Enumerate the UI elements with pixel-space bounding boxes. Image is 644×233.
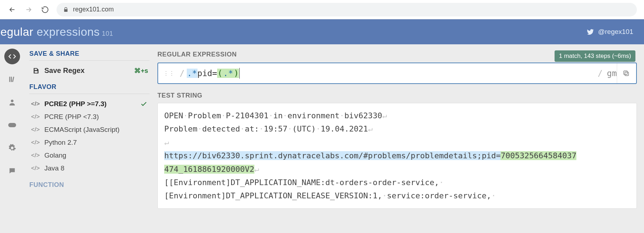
- logo-sub-101: 101: [102, 30, 113, 37]
- flavor-label: Python 2.7: [44, 139, 77, 147]
- address-text: regex101.com: [73, 6, 114, 13]
- flavor-item-pcre2[interactable]: </>PCRE2 (PHP >=7.3): [29, 98, 150, 110]
- regex-flags[interactable]: gm: [607, 69, 617, 78]
- group-segment: 7005325664584037: [501, 151, 576, 160]
- rail-chat-button[interactable]: [4, 163, 20, 179]
- check-icon: [140, 100, 147, 108]
- site-header: regular expressions101 @regex101: [0, 19, 644, 44]
- divider: [29, 94, 150, 94]
- rail-account-button[interactable]: [4, 94, 20, 110]
- regex-open-delim: /: [180, 69, 185, 78]
- regex-input[interactable]: ⋮⋮ / .*pid=(.*) / gm: [157, 63, 637, 84]
- flavor-label: PCRE (PHP <7.3): [44, 113, 99, 121]
- save-regex-row[interactable]: Save Regex ⌘+s: [29, 64, 150, 80]
- left-rail: [0, 44, 24, 233]
- twitter-icon: [586, 28, 594, 36]
- save-icon: [32, 67, 39, 74]
- rail-settings-button[interactable]: [4, 140, 20, 156]
- test-string-input[interactable]: OPEN·Problem·P-2104301·in·environment·bi…: [157, 103, 637, 209]
- regex-token: pid=: [197, 69, 217, 78]
- divider: [29, 60, 150, 61]
- gear-icon: [8, 144, 16, 152]
- sidebar: SAVE & SHARE Save Regex ⌘+s FLAVOR </>PC…: [24, 44, 157, 233]
- chat-icon: [8, 167, 16, 175]
- code-icon: </>: [31, 100, 39, 108]
- main-pane: REGULAR EXPRESSION 1 match, 143 steps (~…: [157, 44, 644, 233]
- text-cursor: [239, 68, 240, 79]
- svg-rect-2: [12, 77, 14, 82]
- test-string-heading: TEST STRING: [157, 92, 637, 99]
- code-icon: [8, 53, 16, 60]
- site-logo[interactable]: regular expressions101: [0, 25, 113, 39]
- app-body: SAVE & SHARE Save Regex ⌘+s FLAVOR </>PC…: [0, 44, 644, 233]
- test-line: Problem·detected·at:·19:57·(UTC)·19.04.2…: [164, 122, 630, 135]
- flavor-item-pcre[interactable]: </>PCRE (PHP <7.3): [29, 110, 150, 123]
- save-share-heading: SAVE & SHARE: [29, 50, 150, 58]
- copy-icon: [623, 70, 630, 77]
- library-icon: [8, 75, 16, 83]
- flavor-label: PCRE2 (PHP >=7.3): [44, 100, 107, 108]
- address-bar[interactable]: regex101.com: [57, 3, 637, 16]
- test-line-match: https://biv62330.sprint.dynatracelabs.co…: [164, 149, 630, 176]
- test-line: [Environment]DT_APPLICATION_RELEASE_VERS…: [164, 189, 630, 202]
- flavor-list: </>PCRE2 (PHP >=7.3) </>PCRE (PHP <7.3) …: [29, 98, 150, 175]
- drag-handle-icon[interactable]: ⋮⋮: [163, 70, 175, 77]
- test-line-blank: ↵: [164, 136, 630, 149]
- logo-word-regular: regular: [0, 25, 33, 38]
- gamepad-icon: [8, 122, 16, 128]
- test-line: OPEN·Problem·P-2104301·in·environment·bi…: [164, 109, 630, 122]
- match-info-badge: 1 match, 143 steps (~6ms): [555, 50, 635, 62]
- arrow-right-icon: [25, 6, 33, 14]
- rail-regex-button[interactable]: [4, 49, 20, 64]
- forward-button[interactable]: [24, 5, 34, 15]
- regex-group-close: ): [234, 69, 239, 78]
- rail-debugger-button[interactable]: [4, 117, 20, 133]
- twitter-link[interactable]: @regex101: [586, 28, 633, 36]
- svg-rect-0: [9, 77, 10, 82]
- group-segment: 474_1618861920000V2: [164, 165, 254, 174]
- flavor-item-golang[interactable]: </>Golang: [29, 149, 150, 162]
- reload-button[interactable]: [40, 5, 50, 15]
- flavor-label: Java 8: [44, 164, 64, 172]
- regex-group-open: (: [217, 69, 223, 78]
- code-icon: </>: [31, 152, 39, 159]
- code-icon: </>: [31, 139, 39, 146]
- regex-token: .*: [187, 69, 197, 78]
- save-label: Save Regex: [44, 66, 84, 75]
- function-heading: FUNCTION: [29, 181, 150, 189]
- browser-chrome: regex101.com: [0, 0, 644, 19]
- test-line: [[Environment]DT_APPLICATION_NAME:dt-ord…: [164, 176, 630, 189]
- flavor-label: ECMAScript (JavaScript): [44, 126, 119, 134]
- code-icon: </>: [31, 126, 39, 133]
- flavor-heading: FLAVOR: [29, 83, 150, 91]
- regex-group-inner: .*: [223, 69, 234, 78]
- rail-library-button[interactable]: [4, 71, 20, 87]
- flavor-item-python[interactable]: </>Python 2.7: [29, 136, 150, 149]
- svg-rect-5: [625, 72, 628, 76]
- back-button[interactable]: [7, 5, 17, 15]
- match-segment: https://biv62330.sprint.dynatracelabs.co…: [164, 151, 501, 160]
- copy-regex-button[interactable]: [617, 63, 635, 83]
- reload-icon: [41, 6, 49, 14]
- lock-icon: [63, 7, 69, 13]
- user-icon: [8, 98, 16, 106]
- twitter-handle: @regex101: [598, 28, 633, 36]
- code-icon: </>: [31, 165, 39, 172]
- flavor-label: Golang: [44, 152, 66, 159]
- logo-word-expressions: expressions: [33, 25, 100, 38]
- svg-rect-4: [8, 123, 16, 127]
- flavor-item-java[interactable]: </>Java 8: [29, 162, 150, 175]
- regex-close-delim: /: [597, 69, 602, 78]
- code-icon: </>: [31, 113, 39, 120]
- svg-rect-6: [624, 71, 627, 74]
- save-shortcut: ⌘+s: [134, 67, 148, 75]
- regex-content[interactable]: .*pid=(.*): [187, 68, 596, 79]
- flavor-item-ecmascript[interactable]: </>ECMAScript (JavaScript): [29, 123, 150, 136]
- arrow-left-icon: [8, 6, 16, 14]
- regex-heading: REGULAR EXPRESSION: [157, 51, 237, 58]
- svg-point-3: [11, 100, 13, 102]
- svg-rect-1: [11, 77, 12, 82]
